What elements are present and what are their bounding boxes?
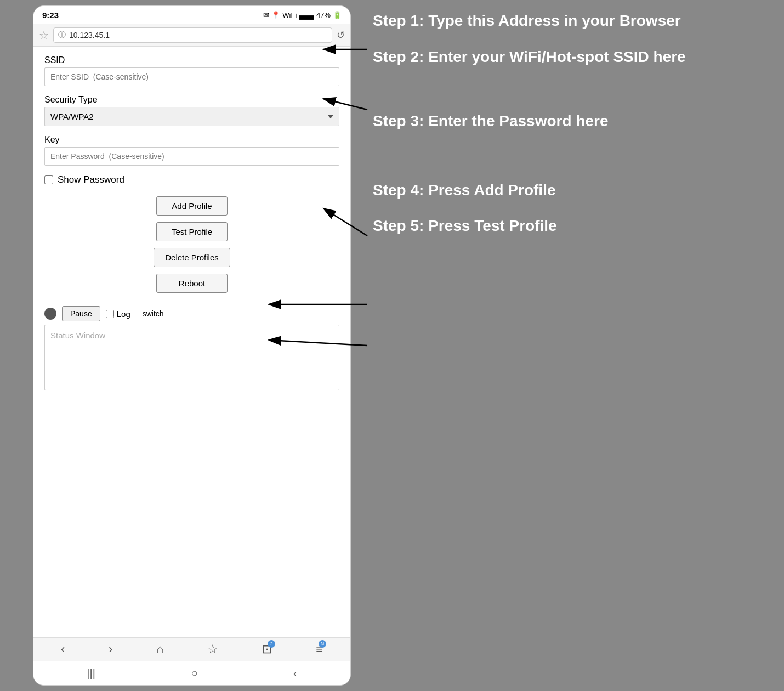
key-label: Key <box>44 135 339 145</box>
location-icon: 📍 <box>271 11 280 19</box>
sys-home-icon[interactable]: ○ <box>191 667 197 679</box>
controls-row: Pause Log switch <box>44 302 339 325</box>
show-password-row: Show Password <box>44 174 339 185</box>
delete-profiles-button[interactable]: Delete Profiles <box>154 248 230 267</box>
phone-container: 9:23 ✉ 📍 WiFi ▄▄▄ 47% 🔋 ☆ ⓘ 10.123.45.1 … <box>33 5 351 686</box>
security-label: Security Type <box>44 95 339 105</box>
battery-icon: 🔋 <box>333 11 342 19</box>
browser-bar: ☆ ⓘ 10.123.45.1 ↺ <box>33 24 350 47</box>
home-button[interactable]: ⌂ <box>156 642 163 656</box>
system-nav: ||| ○ ‹ <box>33 661 350 685</box>
email-icon: ✉ <box>263 11 269 19</box>
status-time: 9:23 <box>42 10 59 20</box>
security-select[interactable]: WPA/WPA2 WEP None <box>44 107 339 126</box>
status-bar: 9:23 ✉ 📍 WiFi ▄▄▄ 47% 🔋 <box>33 6 350 24</box>
test-profile-button[interactable]: Test Profile <box>156 222 228 241</box>
bookmarks-button[interactable]: ☆ <box>207 642 218 656</box>
status-icons: ✉ 📍 WiFi ▄▄▄ 47% 🔋 <box>263 11 342 19</box>
info-icon: ⓘ <box>58 30 66 40</box>
step1: Step 1: Type this Address in your Browse… <box>373 11 773 31</box>
ssid-label: SSID <box>44 55 339 65</box>
show-password-checkbox[interactable] <box>44 175 53 184</box>
menu-badge: N <box>319 640 326 648</box>
sys-menu-icon[interactable]: ||| <box>87 667 95 679</box>
step2: Step 2: Enter your WiFi/Hot-spot SSID he… <box>373 47 773 67</box>
log-checkbox[interactable] <box>106 310 114 318</box>
address-bar[interactable]: ⓘ 10.123.45.1 <box>53 27 332 43</box>
password-input[interactable] <box>44 147 339 166</box>
step5: Step 5: Press Test Profile <box>373 216 773 236</box>
reboot-button[interactable]: Reboot <box>156 274 228 293</box>
signal-icon: ▄▄▄ <box>299 11 314 19</box>
button-group: Add Profile Test Profile Delete Profiles… <box>44 196 339 293</box>
step2-text: Step 2: Enter your WiFi/Hot-spot SSID he… <box>373 47 773 67</box>
status-window: Status Window <box>44 325 339 390</box>
refresh-icon[interactable]: ↺ <box>337 29 345 41</box>
wifi-icon: WiFi <box>282 11 297 19</box>
sys-back-icon[interactable]: ‹ <box>293 667 297 679</box>
step4-text: Step 4: Press Add Profile <box>373 180 773 200</box>
step5-text: Step 5: Press Test Profile <box>373 216 773 236</box>
back-button[interactable]: ‹ <box>61 642 65 656</box>
instructions-panel: Step 1: Type this Address in your Browse… <box>373 11 773 251</box>
forward-button[interactable]: › <box>109 642 112 656</box>
step1-text: Step 1: Type this Address in your Browse… <box>373 11 773 31</box>
switch-button[interactable]: switch <box>136 307 171 321</box>
add-profile-button[interactable]: Add Profile <box>156 196 228 216</box>
address-text: 10.123.45.1 <box>69 31 110 39</box>
battery-text: 47% <box>316 11 331 19</box>
browser-nav: ‹ › ⌂ ☆ ⊡ 2 ≡ N <box>33 637 350 661</box>
step4: Step 4: Press Add Profile <box>373 180 773 200</box>
status-window-placeholder: Status Window <box>50 331 105 340</box>
step3-text: Step 3: Enter the Password here <box>373 111 773 131</box>
record-button[interactable] <box>44 308 56 320</box>
menu-button[interactable]: ≡ N <box>316 642 323 656</box>
ssid-input[interactable] <box>44 67 339 86</box>
pause-button[interactable]: Pause <box>62 306 100 321</box>
tabs-button[interactable]: ⊡ 2 <box>262 642 272 656</box>
show-password-label: Show Password <box>58 174 124 185</box>
step3: Step 3: Enter the Password here <box>373 111 773 131</box>
log-checkbox-row: Log <box>106 309 130 319</box>
page-content: SSID Security Type WPA/WPA2 WEP None Key… <box>33 47 350 637</box>
star-icon[interactable]: ☆ <box>39 29 49 42</box>
log-label: Log <box>117 309 130 319</box>
tabs-badge: 2 <box>268 640 275 648</box>
